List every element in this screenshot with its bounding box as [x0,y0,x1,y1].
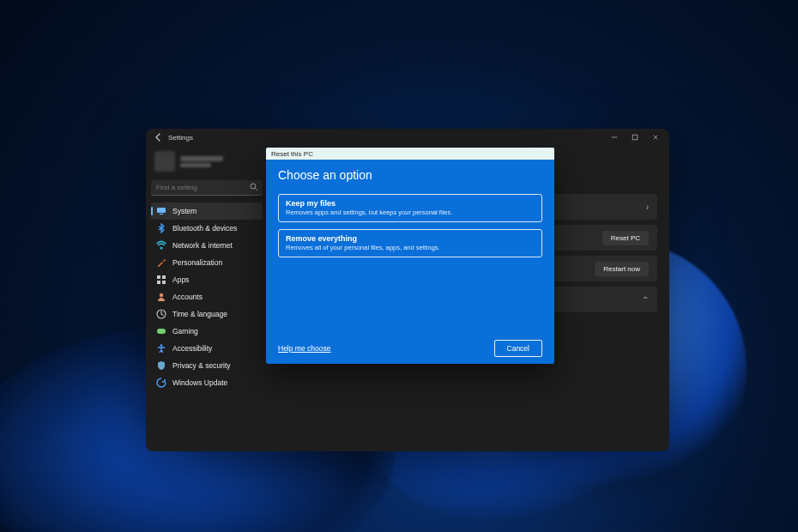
clock-globe-icon [156,309,166,319]
svg-rect-6 [157,275,160,279]
accessibility-icon [156,343,166,354]
sidebar-item-label: Accounts [172,293,203,301]
option-desc: Removes all of your personal files, apps… [286,244,535,251]
update-icon [156,378,166,388]
search-icon [250,183,258,191]
sidebar-item-gaming[interactable]: Gaming [151,323,263,340]
back-button[interactable] [153,133,165,142]
option-title: Keep my files [286,199,535,208]
sidebar-item-label: Apps [172,275,189,284]
svg-rect-12 [157,329,166,334]
dialog-titlebar: Reset this PC [266,148,554,160]
sidebar-item-label: Time & language [172,310,227,318]
brush-icon [156,257,166,268]
option-keep-files[interactable]: Keep my files Removes apps and settings,… [278,194,542,222]
svg-rect-5 [160,214,163,215]
sidebar-item-personalization[interactable]: Personalization [151,254,263,271]
svg-point-10 [160,293,163,297]
sidebar-item-label: Personalization [172,258,222,267]
sidebar-item-accessibility[interactable]: Accessibility [151,340,263,357]
sidebar-item-system[interactable]: System [151,203,263,220]
sidebar-item-bluetooth-devices[interactable]: Bluetooth & devices [151,220,263,237]
chevron-up-icon: ⌃ [642,295,649,305]
nav-list: SystemBluetooth & devicesNetwork & inter… [151,203,263,391]
profile-block[interactable] [151,149,263,177]
sidebar-item-network-internet[interactable]: Network & internet [151,237,263,254]
sidebar-item-privacy-security[interactable]: Privacy & security [151,357,263,374]
sidebar-item-apps[interactable]: Apps [151,271,263,288]
cancel-button[interactable]: Cancel [494,340,542,357]
grid-icon [156,275,166,285]
sidebar-item-label: Bluetooth & devices [172,224,237,233]
window-titlebar: Settings [146,129,669,146]
sidebar-item-label: Network & internet [172,241,233,250]
arrow-left-icon [154,133,163,142]
search-input[interactable] [151,180,263,196]
svg-point-2 [251,184,256,189]
wifi-icon [156,240,166,251]
avatar [154,151,175,172]
sidebar-item-label: System [172,207,196,215]
close-button[interactable] [645,130,666,145]
option-remove-everything[interactable]: Remove everything Removes all of your pe… [278,229,542,257]
reset-pc-dialog: Reset this PC Choose an option Keep my f… [266,148,554,364]
svg-rect-7 [162,275,166,279]
dialog-heading: Choose an option [278,168,542,182]
sidebar-item-label: Gaming [172,327,198,336]
svg-rect-8 [157,281,160,284]
profile-text [180,156,223,167]
svg-rect-1 [632,135,638,140]
sidebar-item-label: Windows Update [172,378,227,387]
dialog-title: Reset this PC [271,150,313,158]
sidebar: SystemBluetooth & devicesNetwork & inter… [146,146,268,451]
shield-icon [156,360,166,371]
minimize-button[interactable] [604,130,625,145]
bluetooth-icon [156,223,166,233]
sidebar-item-accounts[interactable]: Accounts [151,288,263,305]
sidebar-item-label: Privacy & security [172,361,231,370]
svg-point-13 [160,344,163,347]
reset-pc-button[interactable]: Reset PC [602,231,649,245]
maximize-button[interactable] [625,130,645,145]
help-me-choose-link[interactable]: Help me choose [278,344,330,353]
monitor-icon [156,206,166,216]
svg-rect-4 [157,208,166,213]
svg-line-3 [255,188,257,190]
settings-window: Settings SystemBluetooth & devicesNetwor… [146,129,669,451]
sidebar-item-windows-update[interactable]: Windows Update [151,374,263,391]
svg-rect-9 [162,281,166,284]
window-title: Settings [168,134,193,142]
sidebar-item-label: Accessibility [172,344,212,353]
restart-now-button[interactable]: Restart now [595,262,649,276]
option-desc: Removes apps and settings, but keeps you… [286,209,535,216]
person-icon [156,292,166,302]
chevron-right-icon: › [646,203,649,212]
sidebar-item-time-language[interactable]: Time & language [151,305,263,323]
search-box [151,180,263,196]
option-title: Remove everything [286,234,535,243]
game-icon [156,326,166,336]
